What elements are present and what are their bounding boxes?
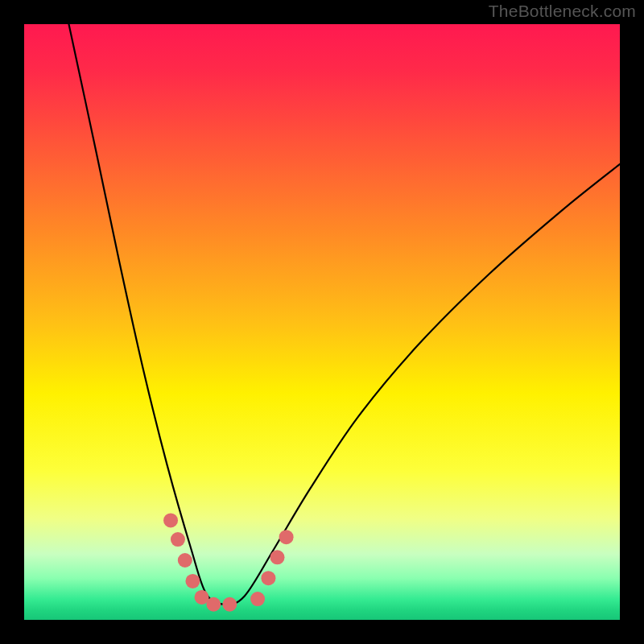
marker-right-2 — [270, 550, 285, 564]
marker-left-1 — [171, 532, 185, 547]
marker-left-2 — [178, 553, 192, 568]
gradient-background — [24, 24, 620, 620]
plot-area — [24, 24, 620, 620]
marker-right-0 — [250, 592, 265, 606]
watermark-text: TheBottleneck.com — [489, 2, 636, 21]
marker-right-1 — [261, 571, 275, 585]
marker-left-0 — [163, 513, 178, 527]
plot-svg — [24, 24, 620, 620]
marker-right-3 — [279, 530, 294, 544]
marker-left-5 — [206, 597, 221, 612]
marker-left-6 — [222, 597, 237, 612]
chart-frame: TheBottleneck.com — [0, 0, 644, 644]
marker-left-3 — [185, 574, 200, 588]
